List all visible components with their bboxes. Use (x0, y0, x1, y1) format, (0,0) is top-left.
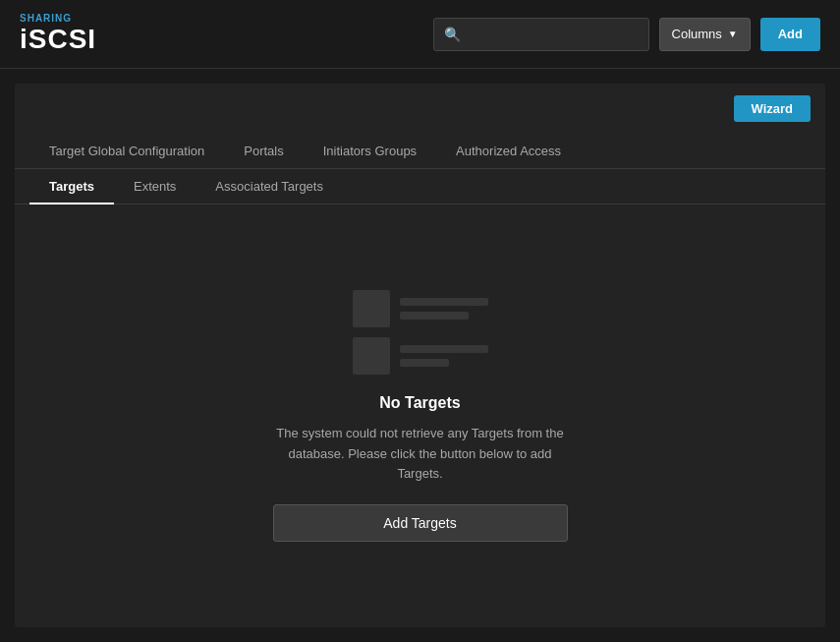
add-button[interactable]: Add (760, 18, 820, 51)
tab-targets[interactable]: Targets (29, 169, 114, 204)
illus-lines-2 (400, 345, 488, 367)
tab-authorized-access[interactable]: Authorized Access (436, 134, 581, 168)
search-icon: 🔍 (444, 27, 461, 42)
tab-extents[interactable]: Extents (114, 169, 196, 204)
illus-line (400, 345, 488, 353)
page-title: iSCSI (20, 24, 96, 55)
wizard-row: Wizard (15, 84, 825, 134)
no-targets-description: The system could not retrieve any Target… (273, 424, 568, 485)
columns-label: Columns (672, 27, 722, 41)
illus-line (400, 312, 469, 320)
chevron-down-icon: ▼ (728, 29, 738, 39)
empty-illustration (353, 290, 488, 375)
illus-lines-1 (400, 298, 488, 320)
tab-initiators-groups[interactable]: Initiators Groups (304, 134, 436, 168)
illus-row-1 (353, 290, 488, 327)
search-box[interactable]: 🔍 (433, 18, 649, 51)
search-input[interactable] (467, 27, 639, 41)
illus-line (400, 359, 449, 367)
header-branding: SHARING iSCSI (20, 13, 96, 55)
header: SHARING iSCSI 🔍 Columns ▼ Add (0, 0, 840, 69)
header-actions: 🔍 Columns ▼ Add (433, 18, 820, 51)
main-panel: Wizard Target Global Configuration Porta… (15, 84, 825, 627)
illus-line (400, 298, 488, 306)
columns-button[interactable]: Columns ▼ (659, 18, 751, 51)
no-targets-title: No Targets (379, 394, 460, 412)
illus-square-1 (353, 290, 390, 327)
illus-square-2 (353, 337, 390, 375)
wizard-button[interactable]: Wizard (734, 95, 812, 122)
tab-portals[interactable]: Portals (224, 134, 303, 168)
tab-associated-targets[interactable]: Associated Targets (196, 169, 343, 204)
add-targets-button[interactable]: Add Targets (273, 504, 568, 542)
tabs-row-2: Targets Extents Associated Targets (15, 169, 825, 204)
illus-row-2 (353, 337, 488, 375)
tabs-row-1: Target Global Configuration Portals Init… (15, 134, 825, 169)
empty-state: No Targets The system could not retrieve… (15, 204, 825, 627)
sharing-label: SHARING (20, 13, 96, 24)
tab-target-global-config[interactable]: Target Global Configuration (29, 134, 224, 168)
